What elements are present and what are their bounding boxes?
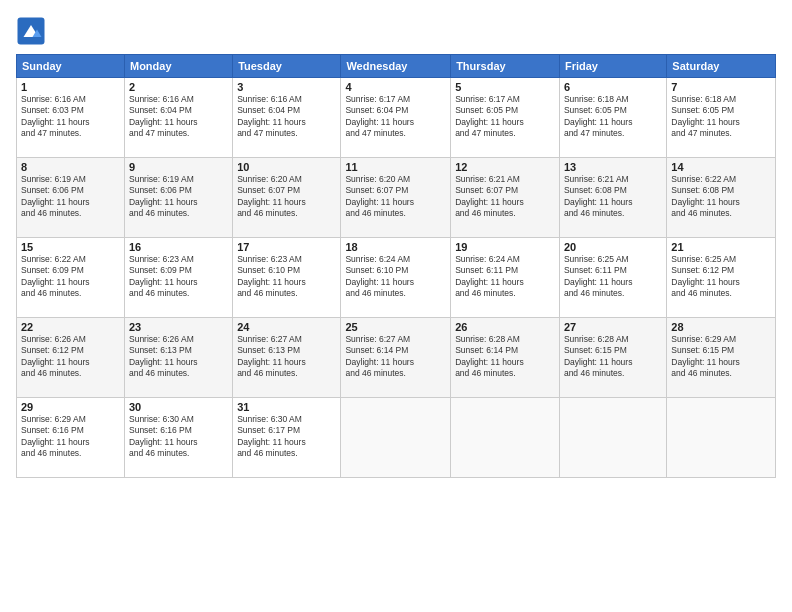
day-number: 19 — [455, 241, 555, 253]
day-number: 30 — [129, 401, 228, 413]
calendar-cell: 25Sunrise: 6:27 AM Sunset: 6:14 PM Dayli… — [341, 318, 451, 398]
day-info: Sunrise: 6:27 AM Sunset: 6:13 PM Dayligh… — [237, 334, 336, 380]
calendar-cell: 6Sunrise: 6:18 AM Sunset: 6:05 PM Daylig… — [559, 78, 666, 158]
day-info: Sunrise: 6:25 AM Sunset: 6:12 PM Dayligh… — [671, 254, 771, 300]
day-info: Sunrise: 6:21 AM Sunset: 6:07 PM Dayligh… — [455, 174, 555, 220]
calendar-cell: 14Sunrise: 6:22 AM Sunset: 6:08 PM Dayli… — [667, 158, 776, 238]
day-number: 28 — [671, 321, 771, 333]
day-number: 4 — [345, 81, 446, 93]
calendar-container: SundayMondayTuesdayWednesdayThursdayFrid… — [0, 0, 792, 612]
day-number: 14 — [671, 161, 771, 173]
day-number: 5 — [455, 81, 555, 93]
calendar-cell: 1Sunrise: 6:16 AM Sunset: 6:03 PM Daylig… — [17, 78, 125, 158]
logo — [16, 16, 50, 46]
calendar-cell: 2Sunrise: 6:16 AM Sunset: 6:04 PM Daylig… — [124, 78, 232, 158]
day-info: Sunrise: 6:16 AM Sunset: 6:04 PM Dayligh… — [129, 94, 228, 140]
calendar-cell: 3Sunrise: 6:16 AM Sunset: 6:04 PM Daylig… — [233, 78, 341, 158]
calendar-cell — [341, 398, 451, 478]
day-info: Sunrise: 6:28 AM Sunset: 6:15 PM Dayligh… — [564, 334, 662, 380]
calendar-cell: 28Sunrise: 6:29 AM Sunset: 6:15 PM Dayli… — [667, 318, 776, 398]
calendar-cell: 22Sunrise: 6:26 AM Sunset: 6:12 PM Dayli… — [17, 318, 125, 398]
day-info: Sunrise: 6:16 AM Sunset: 6:03 PM Dayligh… — [21, 94, 120, 140]
calendar-week-3: 15Sunrise: 6:22 AM Sunset: 6:09 PM Dayli… — [17, 238, 776, 318]
calendar-cell: 27Sunrise: 6:28 AM Sunset: 6:15 PM Dayli… — [559, 318, 666, 398]
day-info: Sunrise: 6:20 AM Sunset: 6:07 PM Dayligh… — [345, 174, 446, 220]
day-info: Sunrise: 6:24 AM Sunset: 6:10 PM Dayligh… — [345, 254, 446, 300]
day-header-friday: Friday — [559, 55, 666, 78]
calendar-header-row: SundayMondayTuesdayWednesdayThursdayFrid… — [17, 55, 776, 78]
calendar-cell: 15Sunrise: 6:22 AM Sunset: 6:09 PM Dayli… — [17, 238, 125, 318]
day-info: Sunrise: 6:30 AM Sunset: 6:16 PM Dayligh… — [129, 414, 228, 460]
day-header-sunday: Sunday — [17, 55, 125, 78]
day-info: Sunrise: 6:19 AM Sunset: 6:06 PM Dayligh… — [129, 174, 228, 220]
day-number: 15 — [21, 241, 120, 253]
day-header-thursday: Thursday — [451, 55, 560, 78]
day-info: Sunrise: 6:28 AM Sunset: 6:14 PM Dayligh… — [455, 334, 555, 380]
day-info: Sunrise: 6:20 AM Sunset: 6:07 PM Dayligh… — [237, 174, 336, 220]
day-info: Sunrise: 6:19 AM Sunset: 6:06 PM Dayligh… — [21, 174, 120, 220]
day-number: 24 — [237, 321, 336, 333]
calendar-cell: 16Sunrise: 6:23 AM Sunset: 6:09 PM Dayli… — [124, 238, 232, 318]
day-number: 1 — [21, 81, 120, 93]
calendar-cell: 10Sunrise: 6:20 AM Sunset: 6:07 PM Dayli… — [233, 158, 341, 238]
day-number: 3 — [237, 81, 336, 93]
day-number: 29 — [21, 401, 120, 413]
day-header-monday: Monday — [124, 55, 232, 78]
day-number: 26 — [455, 321, 555, 333]
calendar-cell: 18Sunrise: 6:24 AM Sunset: 6:10 PM Dayli… — [341, 238, 451, 318]
day-info: Sunrise: 6:23 AM Sunset: 6:10 PM Dayligh… — [237, 254, 336, 300]
day-info: Sunrise: 6:30 AM Sunset: 6:17 PM Dayligh… — [237, 414, 336, 460]
day-info: Sunrise: 6:22 AM Sunset: 6:08 PM Dayligh… — [671, 174, 771, 220]
day-info: Sunrise: 6:26 AM Sunset: 6:13 PM Dayligh… — [129, 334, 228, 380]
day-number: 31 — [237, 401, 336, 413]
day-header-tuesday: Tuesday — [233, 55, 341, 78]
day-number: 20 — [564, 241, 662, 253]
calendar-cell: 26Sunrise: 6:28 AM Sunset: 6:14 PM Dayli… — [451, 318, 560, 398]
day-number: 12 — [455, 161, 555, 173]
day-info: Sunrise: 6:23 AM Sunset: 6:09 PM Dayligh… — [129, 254, 228, 300]
calendar-cell: 5Sunrise: 6:17 AM Sunset: 6:05 PM Daylig… — [451, 78, 560, 158]
calendar-week-5: 29Sunrise: 6:29 AM Sunset: 6:16 PM Dayli… — [17, 398, 776, 478]
day-number: 2 — [129, 81, 228, 93]
day-number: 21 — [671, 241, 771, 253]
calendar-cell: 29Sunrise: 6:29 AM Sunset: 6:16 PM Dayli… — [17, 398, 125, 478]
calendar-cell: 31Sunrise: 6:30 AM Sunset: 6:17 PM Dayli… — [233, 398, 341, 478]
day-number: 22 — [21, 321, 120, 333]
day-number: 6 — [564, 81, 662, 93]
day-info: Sunrise: 6:27 AM Sunset: 6:14 PM Dayligh… — [345, 334, 446, 380]
calendar-cell: 30Sunrise: 6:30 AM Sunset: 6:16 PM Dayli… — [124, 398, 232, 478]
day-number: 11 — [345, 161, 446, 173]
calendar-cell: 4Sunrise: 6:17 AM Sunset: 6:04 PM Daylig… — [341, 78, 451, 158]
day-number: 9 — [129, 161, 228, 173]
calendar-cell: 7Sunrise: 6:18 AM Sunset: 6:05 PM Daylig… — [667, 78, 776, 158]
calendar-cell — [667, 398, 776, 478]
logo-icon — [16, 16, 46, 46]
day-number: 23 — [129, 321, 228, 333]
calendar-table: SundayMondayTuesdayWednesdayThursdayFrid… — [16, 54, 776, 478]
calendar-week-2: 8Sunrise: 6:19 AM Sunset: 6:06 PM Daylig… — [17, 158, 776, 238]
day-number: 17 — [237, 241, 336, 253]
day-number: 25 — [345, 321, 446, 333]
day-number: 13 — [564, 161, 662, 173]
calendar-body: 1Sunrise: 6:16 AM Sunset: 6:03 PM Daylig… — [17, 78, 776, 478]
calendar-cell: 13Sunrise: 6:21 AM Sunset: 6:08 PM Dayli… — [559, 158, 666, 238]
day-header-wednesday: Wednesday — [341, 55, 451, 78]
day-number: 16 — [129, 241, 228, 253]
calendar-cell — [451, 398, 560, 478]
day-info: Sunrise: 6:18 AM Sunset: 6:05 PM Dayligh… — [671, 94, 771, 140]
day-number: 7 — [671, 81, 771, 93]
day-info: Sunrise: 6:24 AM Sunset: 6:11 PM Dayligh… — [455, 254, 555, 300]
day-info: Sunrise: 6:17 AM Sunset: 6:05 PM Dayligh… — [455, 94, 555, 140]
calendar-cell: 17Sunrise: 6:23 AM Sunset: 6:10 PM Dayli… — [233, 238, 341, 318]
day-info: Sunrise: 6:21 AM Sunset: 6:08 PM Dayligh… — [564, 174, 662, 220]
day-info: Sunrise: 6:29 AM Sunset: 6:16 PM Dayligh… — [21, 414, 120, 460]
day-info: Sunrise: 6:29 AM Sunset: 6:15 PM Dayligh… — [671, 334, 771, 380]
calendar-cell: 21Sunrise: 6:25 AM Sunset: 6:12 PM Dayli… — [667, 238, 776, 318]
calendar-cell: 8Sunrise: 6:19 AM Sunset: 6:06 PM Daylig… — [17, 158, 125, 238]
header — [16, 16, 776, 46]
day-info: Sunrise: 6:22 AM Sunset: 6:09 PM Dayligh… — [21, 254, 120, 300]
day-info: Sunrise: 6:26 AM Sunset: 6:12 PM Dayligh… — [21, 334, 120, 380]
calendar-cell: 9Sunrise: 6:19 AM Sunset: 6:06 PM Daylig… — [124, 158, 232, 238]
calendar-week-4: 22Sunrise: 6:26 AM Sunset: 6:12 PM Dayli… — [17, 318, 776, 398]
day-number: 27 — [564, 321, 662, 333]
